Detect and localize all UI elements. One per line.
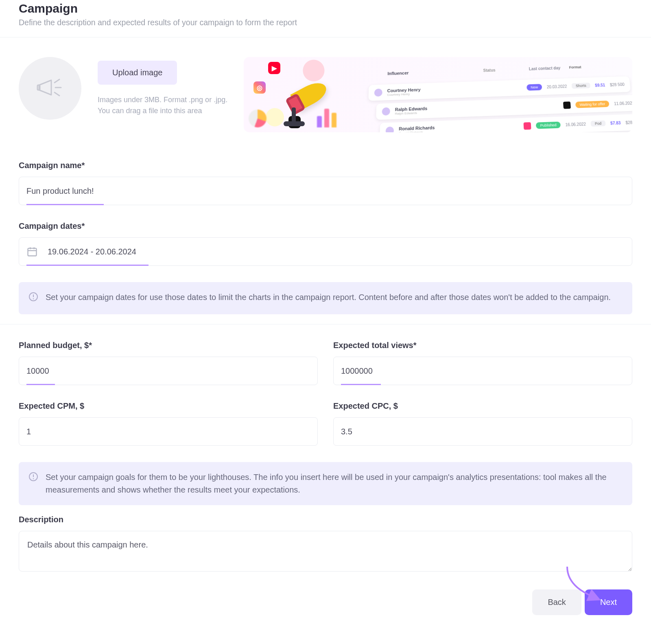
campaign-dates-label: Campaign dates*: [19, 221, 632, 231]
svg-point-13: [33, 478, 34, 479]
svg-line-3: [55, 92, 59, 96]
campaign-name-label: Campaign name*: [19, 161, 632, 170]
calendar-icon: [26, 246, 38, 257]
info-icon: [28, 472, 38, 496]
megaphone-icon: [37, 77, 63, 100]
planned-budget-label: Planned budget, $*: [19, 341, 318, 350]
next-button[interactable]: Next: [585, 589, 632, 615]
influencer-table-mock: Influencer Status Last contact day Forma…: [367, 58, 632, 132]
svg-point-10: [33, 298, 34, 299]
description-textarea[interactable]: [19, 531, 632, 572]
planned-budget-input[interactable]: [26, 366, 310, 376]
upload-image-button[interactable]: Upload image: [98, 61, 177, 85]
megaphone-graphic: [276, 69, 333, 126]
table-row: Courtney HenryCourtney Henry New 20.03.2…: [368, 76, 631, 101]
expected-cpc-label: Expected CPC, $: [333, 401, 632, 411]
expected-views-input[interactable]: [341, 366, 625, 376]
table-row: Ralph EdwardsRalph Edwards Waiting for o…: [376, 95, 632, 120]
expected-cpm-input[interactable]: [26, 427, 310, 436]
page-header: Campaign Define the description and expe…: [0, 0, 651, 37]
svg-line-1: [55, 79, 59, 83]
svg-rect-4: [28, 248, 37, 256]
campaign-name-input-wrap: [19, 177, 632, 205]
expected-cpm-label: Expected CPM, $: [19, 401, 318, 411]
campaign-dates-input-wrap: [19, 237, 632, 266]
expected-views-label: Expected total views*: [333, 341, 632, 350]
table-row: Ronald RichardsRonald Richards Published…: [380, 114, 632, 132]
upload-info-text: Images under 3MB. Format .png or .jpg. Y…: [98, 94, 227, 116]
back-button[interactable]: Back: [532, 589, 581, 615]
preview-illustration: ▶ ◎ ♪ Influencer Status Last contact day…: [244, 57, 632, 132]
expected-cpc-input[interactable]: [341, 427, 625, 436]
campaign-dates-input[interactable]: [48, 247, 625, 256]
description-label: Description: [19, 515, 632, 524]
campaign-name-input[interactable]: [26, 186, 625, 196]
page-subtitle: Define the description and expected resu…: [19, 18, 632, 27]
campaign-image-placeholder: [19, 57, 81, 120]
goals-info-banner: Set your campaign goals for them to be y…: [19, 462, 632, 505]
page-title: Campaign: [19, 2, 632, 15]
dates-info-banner: Set your campaign dates for use those da…: [19, 282, 632, 314]
info-icon: [28, 292, 38, 305]
upload-area[interactable]: Upload image Images under 3MB. Format .p…: [19, 57, 227, 120]
